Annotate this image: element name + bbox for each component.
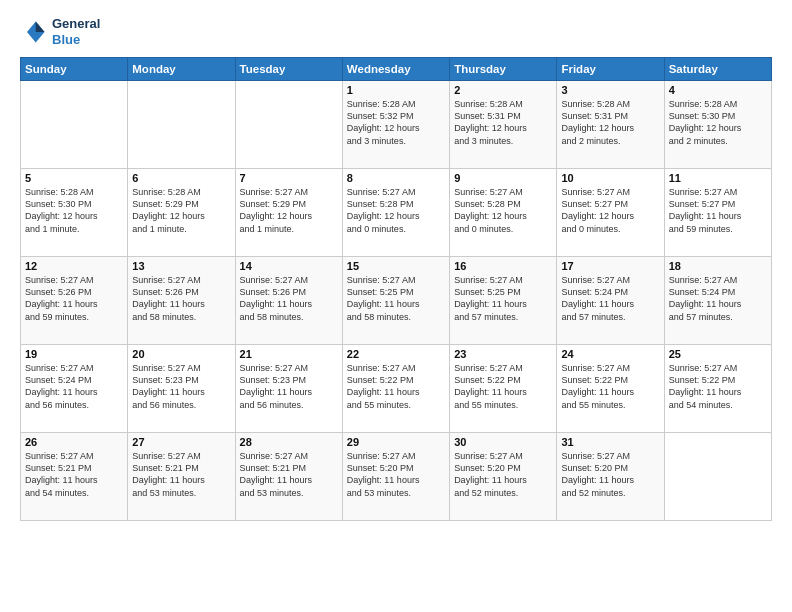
day-number: 5 — [25, 172, 123, 184]
day-number: 1 — [347, 84, 445, 96]
cell-details: Sunrise: 5:28 AM Sunset: 5:30 PM Dayligh… — [669, 98, 767, 147]
day-number: 13 — [132, 260, 230, 272]
cell-details: Sunrise: 5:27 AM Sunset: 5:23 PM Dayligh… — [132, 362, 230, 411]
calendar-cell: 4Sunrise: 5:28 AM Sunset: 5:30 PM Daylig… — [664, 81, 771, 169]
header: General Blue — [20, 16, 772, 47]
calendar-cell: 14Sunrise: 5:27 AM Sunset: 5:26 PM Dayli… — [235, 257, 342, 345]
svg-marker-2 — [36, 21, 45, 32]
day-header-monday: Monday — [128, 58, 235, 81]
calendar-cell — [128, 81, 235, 169]
day-number: 20 — [132, 348, 230, 360]
day-header-thursday: Thursday — [450, 58, 557, 81]
calendar-cell: 23Sunrise: 5:27 AM Sunset: 5:22 PM Dayli… — [450, 345, 557, 433]
day-number: 7 — [240, 172, 338, 184]
day-number: 29 — [347, 436, 445, 448]
day-header-wednesday: Wednesday — [342, 58, 449, 81]
cell-details: Sunrise: 5:28 AM Sunset: 5:32 PM Dayligh… — [347, 98, 445, 147]
day-number: 19 — [25, 348, 123, 360]
cell-details: Sunrise: 5:27 AM Sunset: 5:20 PM Dayligh… — [347, 450, 445, 499]
day-number: 30 — [454, 436, 552, 448]
cell-details: Sunrise: 5:28 AM Sunset: 5:31 PM Dayligh… — [454, 98, 552, 147]
day-number: 18 — [669, 260, 767, 272]
day-number: 15 — [347, 260, 445, 272]
calendar-cell: 28Sunrise: 5:27 AM Sunset: 5:21 PM Dayli… — [235, 433, 342, 521]
calendar-cell: 19Sunrise: 5:27 AM Sunset: 5:24 PM Dayli… — [21, 345, 128, 433]
day-number: 28 — [240, 436, 338, 448]
logo: General Blue — [20, 16, 100, 47]
calendar-cell — [235, 81, 342, 169]
calendar-cell: 5Sunrise: 5:28 AM Sunset: 5:30 PM Daylig… — [21, 169, 128, 257]
cell-details: Sunrise: 5:27 AM Sunset: 5:29 PM Dayligh… — [240, 186, 338, 235]
page: General Blue SundayMondayTuesdayWednesda… — [0, 0, 792, 612]
calendar-cell: 12Sunrise: 5:27 AM Sunset: 5:26 PM Dayli… — [21, 257, 128, 345]
cell-details: Sunrise: 5:27 AM Sunset: 5:20 PM Dayligh… — [561, 450, 659, 499]
day-header-sunday: Sunday — [21, 58, 128, 81]
cell-details: Sunrise: 5:28 AM Sunset: 5:30 PM Dayligh… — [25, 186, 123, 235]
cell-details: Sunrise: 5:27 AM Sunset: 5:25 PM Dayligh… — [454, 274, 552, 323]
calendar-cell: 20Sunrise: 5:27 AM Sunset: 5:23 PM Dayli… — [128, 345, 235, 433]
calendar-cell — [21, 81, 128, 169]
day-number: 24 — [561, 348, 659, 360]
day-number: 3 — [561, 84, 659, 96]
day-number: 25 — [669, 348, 767, 360]
day-number: 12 — [25, 260, 123, 272]
cell-details: Sunrise: 5:27 AM Sunset: 5:24 PM Dayligh… — [561, 274, 659, 323]
calendar-cell: 15Sunrise: 5:27 AM Sunset: 5:25 PM Dayli… — [342, 257, 449, 345]
cell-details: Sunrise: 5:27 AM Sunset: 5:28 PM Dayligh… — [347, 186, 445, 235]
day-number: 26 — [25, 436, 123, 448]
logo-icon — [20, 18, 48, 46]
day-number: 9 — [454, 172, 552, 184]
calendar-cell: 16Sunrise: 5:27 AM Sunset: 5:25 PM Dayli… — [450, 257, 557, 345]
cell-details: Sunrise: 5:27 AM Sunset: 5:22 PM Dayligh… — [454, 362, 552, 411]
cell-details: Sunrise: 5:27 AM Sunset: 5:28 PM Dayligh… — [454, 186, 552, 235]
calendar-week-4: 19Sunrise: 5:27 AM Sunset: 5:24 PM Dayli… — [21, 345, 772, 433]
calendar-cell: 25Sunrise: 5:27 AM Sunset: 5:22 PM Dayli… — [664, 345, 771, 433]
cell-details: Sunrise: 5:27 AM Sunset: 5:22 PM Dayligh… — [347, 362, 445, 411]
day-number: 8 — [347, 172, 445, 184]
day-number: 2 — [454, 84, 552, 96]
calendar-cell: 17Sunrise: 5:27 AM Sunset: 5:24 PM Dayli… — [557, 257, 664, 345]
calendar-cell — [664, 433, 771, 521]
day-header-saturday: Saturday — [664, 58, 771, 81]
day-number: 22 — [347, 348, 445, 360]
calendar-table: SundayMondayTuesdayWednesdayThursdayFrid… — [20, 57, 772, 521]
cell-details: Sunrise: 5:27 AM Sunset: 5:24 PM Dayligh… — [669, 274, 767, 323]
calendar-cell: 27Sunrise: 5:27 AM Sunset: 5:21 PM Dayli… — [128, 433, 235, 521]
calendar-cell: 7Sunrise: 5:27 AM Sunset: 5:29 PM Daylig… — [235, 169, 342, 257]
cell-details: Sunrise: 5:27 AM Sunset: 5:20 PM Dayligh… — [454, 450, 552, 499]
calendar-week-1: 1Sunrise: 5:28 AM Sunset: 5:32 PM Daylig… — [21, 81, 772, 169]
day-header-tuesday: Tuesday — [235, 58, 342, 81]
calendar-cell: 13Sunrise: 5:27 AM Sunset: 5:26 PM Dayli… — [128, 257, 235, 345]
day-number: 27 — [132, 436, 230, 448]
day-number: 16 — [454, 260, 552, 272]
calendar-cell: 10Sunrise: 5:27 AM Sunset: 5:27 PM Dayli… — [557, 169, 664, 257]
cell-details: Sunrise: 5:27 AM Sunset: 5:23 PM Dayligh… — [240, 362, 338, 411]
calendar-cell: 8Sunrise: 5:27 AM Sunset: 5:28 PM Daylig… — [342, 169, 449, 257]
calendar-cell: 21Sunrise: 5:27 AM Sunset: 5:23 PM Dayli… — [235, 345, 342, 433]
cell-details: Sunrise: 5:27 AM Sunset: 5:26 PM Dayligh… — [132, 274, 230, 323]
calendar-cell: 1Sunrise: 5:28 AM Sunset: 5:32 PM Daylig… — [342, 81, 449, 169]
cell-details: Sunrise: 5:27 AM Sunset: 5:21 PM Dayligh… — [240, 450, 338, 499]
day-number: 11 — [669, 172, 767, 184]
day-number: 4 — [669, 84, 767, 96]
day-number: 10 — [561, 172, 659, 184]
cell-details: Sunrise: 5:28 AM Sunset: 5:31 PM Dayligh… — [561, 98, 659, 147]
calendar-cell: 9Sunrise: 5:27 AM Sunset: 5:28 PM Daylig… — [450, 169, 557, 257]
logo-general: General — [52, 16, 100, 32]
calendar-cell: 24Sunrise: 5:27 AM Sunset: 5:22 PM Dayli… — [557, 345, 664, 433]
cell-details: Sunrise: 5:28 AM Sunset: 5:29 PM Dayligh… — [132, 186, 230, 235]
calendar-cell: 30Sunrise: 5:27 AM Sunset: 5:20 PM Dayli… — [450, 433, 557, 521]
calendar-cell: 31Sunrise: 5:27 AM Sunset: 5:20 PM Dayli… — [557, 433, 664, 521]
cell-details: Sunrise: 5:27 AM Sunset: 5:22 PM Dayligh… — [669, 362, 767, 411]
day-number: 17 — [561, 260, 659, 272]
cell-details: Sunrise: 5:27 AM Sunset: 5:22 PM Dayligh… — [561, 362, 659, 411]
cell-details: Sunrise: 5:27 AM Sunset: 5:26 PM Dayligh… — [25, 274, 123, 323]
calendar-cell: 18Sunrise: 5:27 AM Sunset: 5:24 PM Dayli… — [664, 257, 771, 345]
cell-details: Sunrise: 5:27 AM Sunset: 5:27 PM Dayligh… — [669, 186, 767, 235]
calendar-cell: 29Sunrise: 5:27 AM Sunset: 5:20 PM Dayli… — [342, 433, 449, 521]
day-number: 14 — [240, 260, 338, 272]
logo-blue: Blue — [52, 32, 100, 48]
day-number: 6 — [132, 172, 230, 184]
cell-details: Sunrise: 5:27 AM Sunset: 5:25 PM Dayligh… — [347, 274, 445, 323]
cell-details: Sunrise: 5:27 AM Sunset: 5:21 PM Dayligh… — [25, 450, 123, 499]
